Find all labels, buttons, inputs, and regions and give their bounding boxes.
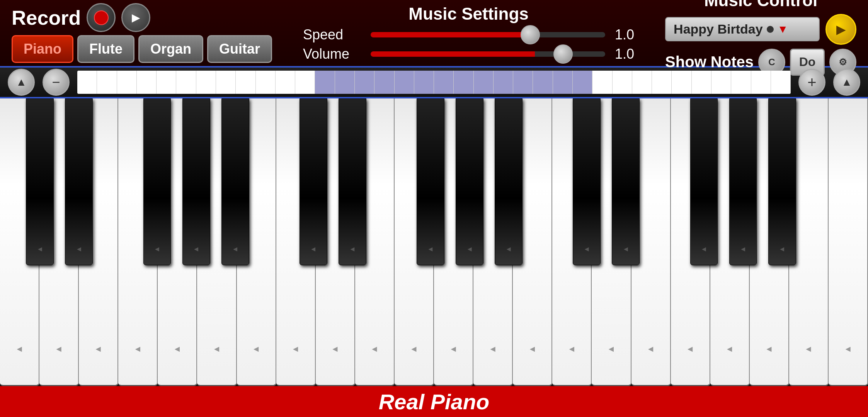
- black-key-13[interactable]: [690, 98, 718, 265]
- black-key-6[interactable]: [300, 98, 327, 265]
- volume-slider-row: Volume 1.0: [303, 46, 634, 62]
- piano-controls-bar: ▲ −: [0, 68, 868, 98]
- chevron-down-icon: ▼: [778, 23, 788, 36]
- black-key-14[interactable]: [729, 98, 757, 265]
- speed-slider-thumb[interactable]: [521, 25, 540, 44]
- volume-slider-track[interactable]: [371, 51, 605, 57]
- black-key-3[interactable]: [143, 98, 171, 265]
- playback-icon: ▶: [132, 11, 140, 24]
- instrument-organ-button[interactable]: Organ: [138, 35, 203, 63]
- note-do-label: Do: [799, 55, 816, 69]
- up-arrow-icon: ▲: [16, 76, 27, 88]
- record-button[interactable]: [87, 3, 116, 32]
- song-select-row: Happy Birtday ▼ ▶: [665, 14, 856, 45]
- instrument-row: Piano Flute Organ Guitar: [12, 35, 272, 63]
- mini-white-key-highlighted: [573, 71, 592, 94]
- music-control-panel: Music Control Happy Birtday ▼ ▶ Show Not…: [665, 0, 856, 76]
- mini-white-key-highlighted: [355, 71, 374, 94]
- mini-white-key: [652, 71, 672, 94]
- mini-white-key: [157, 71, 176, 94]
- mini-white-key: [276, 71, 295, 94]
- top-bar: Record ▶ Piano Flute Organ Guitar Music …: [0, 0, 868, 68]
- plus-icon: +: [807, 74, 816, 91]
- mini-white-key: [117, 71, 137, 94]
- black-key-7[interactable]: [339, 98, 366, 265]
- music-control-play-button[interactable]: ▶: [825, 14, 856, 45]
- mini-white-key: [216, 71, 236, 94]
- music-settings-title: Music Settings: [408, 4, 529, 24]
- show-notes-label: Show Notes: [665, 53, 754, 71]
- minus-icon: −: [52, 74, 60, 90]
- mini-white-key: [613, 71, 632, 94]
- song-name: Happy Birtday: [674, 22, 763, 37]
- settings-icon: ⚙: [839, 57, 847, 68]
- minus-button[interactable]: −: [43, 69, 70, 96]
- scroll-right-button[interactable]: ▲: [833, 69, 860, 96]
- mini-white-key-highlighted: [395, 71, 414, 94]
- mini-white-key-highlighted: [434, 71, 454, 94]
- mini-white-key: [176, 71, 196, 94]
- plus-button[interactable]: +: [798, 69, 825, 96]
- bottom-banner: Real Piano: [0, 386, 868, 417]
- instrument-flute-button[interactable]: Flute: [77, 35, 134, 63]
- mini-white-key: [137, 71, 157, 94]
- mini-white-key-highlighted: [454, 71, 473, 94]
- speed-slider-row: Speed 1.0: [303, 27, 634, 43]
- black-key-10[interactable]: [495, 98, 523, 265]
- app-title: Real Piano: [379, 389, 489, 414]
- mini-white-key: [77, 71, 97, 94]
- instrument-guitar-button[interactable]: Guitar: [207, 35, 272, 63]
- keyboard-container: [0, 98, 868, 386]
- scroll-up-button[interactable]: ▲: [8, 69, 35, 96]
- mini-white-key-highlighted: [553, 71, 573, 94]
- black-key-9[interactable]: [456, 98, 483, 265]
- right-arrow-icon: ▲: [841, 76, 852, 88]
- mini-piano-strip: [77, 71, 791, 94]
- mini-white-key: [731, 71, 751, 94]
- mini-white-key-highlighted: [533, 71, 553, 94]
- mini-white-key-highlighted: [374, 71, 394, 94]
- speed-value: 1.0: [611, 27, 634, 43]
- mini-white-key: [256, 71, 276, 94]
- mini-white-key-highlighted: [414, 71, 434, 94]
- music-settings-panel: Music Settings Speed 1.0 Volume 1.0: [288, 4, 650, 62]
- mini-white-key-highlighted: [315, 71, 335, 94]
- mini-white-key-highlighted: [513, 71, 533, 94]
- speed-label: Speed: [303, 27, 365, 43]
- mini-white-key-highlighted: [494, 71, 513, 94]
- music-control-title: Music Control: [704, 0, 817, 10]
- playback-button[interactable]: ▶: [121, 3, 150, 32]
- black-key-5[interactable]: [221, 98, 249, 265]
- black-key-15[interactable]: [768, 98, 796, 265]
- mini-white-key: [692, 71, 711, 94]
- mini-white-key-highlighted: [474, 71, 494, 94]
- record-label: Record: [12, 6, 81, 29]
- song-dot-icon: [767, 26, 774, 33]
- mini-white-key: [751, 71, 771, 94]
- mini-white-key: [295, 71, 315, 94]
- speed-slider-track[interactable]: [371, 32, 605, 37]
- black-key-2[interactable]: [65, 98, 93, 265]
- black-key-11[interactable]: [573, 98, 601, 265]
- mini-white-key: [632, 71, 652, 94]
- mini-white-key: [592, 71, 612, 94]
- volume-label: Volume: [303, 46, 365, 62]
- mini-white-key: [196, 71, 216, 94]
- volume-slider-thumb[interactable]: [553, 44, 573, 64]
- note-c-label: C: [768, 57, 775, 68]
- mini-white-key: [711, 71, 731, 94]
- song-selector[interactable]: Happy Birtday ▼: [665, 17, 820, 41]
- play-icon: ▶: [836, 22, 846, 37]
- record-row: Record ▶: [12, 3, 272, 32]
- instrument-piano-button[interactable]: Piano: [12, 35, 73, 63]
- black-key-8[interactable]: [417, 98, 444, 265]
- black-key-12[interactable]: [612, 98, 640, 265]
- record-dot-icon: [94, 10, 109, 25]
- white-key-22[interactable]: [829, 98, 868, 386]
- mini-white-key: [672, 71, 691, 94]
- mini-white-key-highlighted: [335, 71, 355, 94]
- mini-white-key: [97, 71, 117, 94]
- black-key-4[interactable]: [182, 98, 210, 265]
- volume-value: 1.0: [611, 46, 634, 62]
- black-key-1[interactable]: [26, 98, 54, 265]
